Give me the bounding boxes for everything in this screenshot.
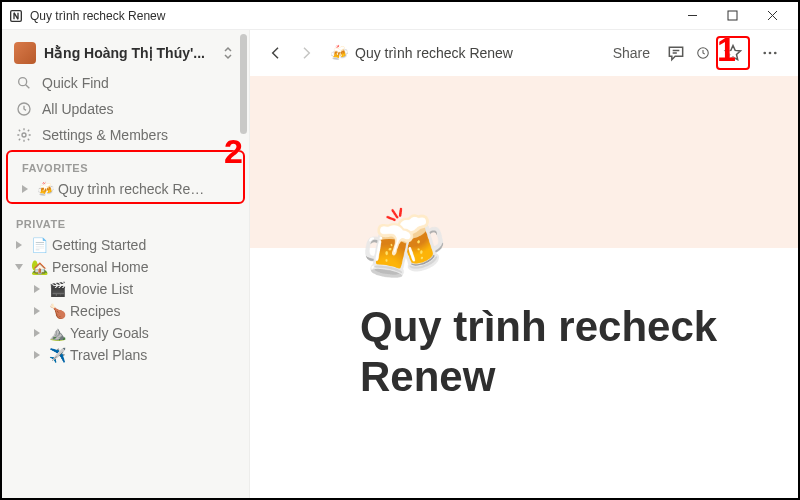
favorite-page-item[interactable]: 🍻 Quy trình recheck Re… xyxy=(8,178,243,200)
page-label: Travel Plans xyxy=(70,347,147,363)
page-label: Movie List xyxy=(70,281,133,297)
page-label: Quy trình recheck Re… xyxy=(58,181,204,197)
svg-point-2 xyxy=(19,78,27,86)
page-emoji-icon: ⛰️ xyxy=(48,325,66,341)
page-title[interactable]: Quy trình recheck Renew xyxy=(360,302,720,403)
breadcrumb[interactable]: 🍻 Quy trình recheck Renew xyxy=(330,44,513,62)
app-icon xyxy=(8,8,24,24)
minimize-button[interactable] xyxy=(672,2,712,30)
page-emoji-icon: 🍻 xyxy=(36,181,54,197)
caret-icon[interactable] xyxy=(30,304,44,318)
page-icon[interactable]: 🍻 xyxy=(360,210,447,280)
page-emoji-icon: 🍗 xyxy=(48,303,66,319)
clock-icon xyxy=(16,101,32,117)
caret-icon[interactable] xyxy=(30,326,44,340)
more-button[interactable] xyxy=(756,39,784,67)
caret-icon[interactable] xyxy=(12,260,26,274)
page-emoji-icon: 📄 xyxy=(30,237,48,253)
private-page-item[interactable]: 🍗Recipes xyxy=(2,300,249,322)
svg-point-6 xyxy=(763,52,766,55)
page-label: Getting Started xyxy=(52,237,146,253)
svg-point-4 xyxy=(22,133,26,137)
svg-rect-1 xyxy=(728,11,737,20)
private-page-item[interactable]: 🏡Personal Home xyxy=(2,256,249,278)
favorites-highlight-box: FAVORITES 🍻 Quy trình recheck Re… xyxy=(6,150,245,204)
sidebar: Hằng Hoàng Thị Thúy'... Quick Find All U… xyxy=(2,30,250,498)
main-content: 🍻 Quy trình recheck Renew Share 🍻 xyxy=(250,30,798,498)
back-button[interactable] xyxy=(264,41,288,65)
page-emoji-icon: 🏡 xyxy=(30,259,48,275)
caret-icon[interactable] xyxy=(30,282,44,296)
forward-button[interactable] xyxy=(294,41,318,65)
favorites-header: FAVORITES xyxy=(8,152,243,178)
gear-icon xyxy=(16,127,32,143)
window-controls xyxy=(672,2,792,30)
quick-find-label: Quick Find xyxy=(42,75,109,91)
workspace-name: Hằng Hoàng Thị Thúy'... xyxy=(44,45,215,61)
sidebar-scrollbar[interactable] xyxy=(240,34,247,134)
page-label: Recipes xyxy=(70,303,121,319)
private-page-item[interactable]: ✈️Travel Plans xyxy=(2,344,249,366)
maximize-button[interactable] xyxy=(712,2,752,30)
favorite-star-button[interactable] xyxy=(719,39,747,67)
page-emoji-icon: 🎬 xyxy=(48,281,66,297)
share-button[interactable]: Share xyxy=(607,45,656,61)
topbar: 🍻 Quy trình recheck Renew Share xyxy=(250,30,798,76)
updates-button[interactable] xyxy=(696,39,710,67)
page-label: Personal Home xyxy=(52,259,149,275)
workspace-switcher[interactable]: Hằng Hoàng Thị Thúy'... xyxy=(2,36,249,70)
all-updates-button[interactable]: All Updates xyxy=(2,96,249,122)
avatar xyxy=(14,42,36,64)
search-icon xyxy=(16,75,32,91)
comments-button[interactable] xyxy=(662,39,690,67)
caret-icon[interactable] xyxy=(30,348,44,362)
page-emoji-icon: ✈️ xyxy=(48,347,66,363)
caret-icon[interactable] xyxy=(18,182,32,196)
private-page-item[interactable]: 📄Getting Started xyxy=(2,234,249,256)
favorite-highlight-box xyxy=(716,36,750,70)
svg-point-8 xyxy=(774,52,777,55)
svg-point-7 xyxy=(769,52,772,55)
page-label: Yearly Goals xyxy=(70,325,149,341)
chevron-updown-icon xyxy=(223,45,237,61)
quick-find-button[interactable]: Quick Find xyxy=(2,70,249,96)
all-updates-label: All Updates xyxy=(42,101,114,117)
breadcrumb-text: Quy trình recheck Renew xyxy=(355,45,513,61)
window-title: Quy trình recheck Renew xyxy=(30,9,672,23)
page-body: Quy trình recheck Renew xyxy=(250,248,798,403)
private-header: PRIVATE xyxy=(2,208,249,234)
private-page-item[interactable]: 🎬Movie List xyxy=(2,278,249,300)
close-button[interactable] xyxy=(752,2,792,30)
private-page-item[interactable]: ⛰️Yearly Goals xyxy=(2,322,249,344)
caret-icon[interactable] xyxy=(12,238,26,252)
breadcrumb-emoji-icon: 🍻 xyxy=(330,44,349,62)
window-titlebar: Quy trình recheck Renew xyxy=(2,2,798,30)
settings-label: Settings & Members xyxy=(42,127,168,143)
page-cover[interactable]: 🍻 xyxy=(250,76,798,248)
settings-button[interactable]: Settings & Members xyxy=(2,122,249,148)
